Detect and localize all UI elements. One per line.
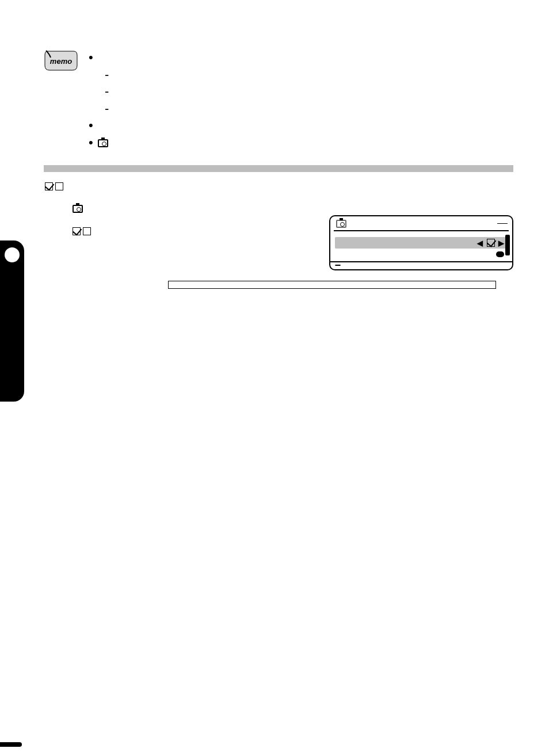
checkbox-off-icon — [83, 227, 91, 235]
triangle-right-icon: ▶ — [498, 239, 504, 247]
note-1b — [89, 83, 513, 100]
svg-text:memo: memo — [50, 57, 72, 66]
step-number — [44, 243, 61, 245]
chapter-number — [5, 247, 20, 262]
note-1a — [89, 67, 513, 83]
step-number — [44, 222, 61, 239]
camera-icon — [336, 220, 346, 228]
step-number — [44, 199, 61, 215]
lcd-tab-icon — [497, 223, 508, 224]
triangle-left-icon: ◀ — [477, 239, 483, 247]
step-1-desc — [71, 201, 513, 215]
lcd-row-green-button — [335, 251, 508, 258]
intro-text — [44, 178, 513, 194]
checkbox-on-icon — [73, 227, 81, 235]
page-number — [0, 742, 22, 747]
checkbox-off-icon — [55, 182, 63, 190]
checkbox-on-icon — [45, 182, 53, 190]
green-button-icon — [496, 251, 504, 257]
memo-icon: memo — [44, 49, 78, 151]
menu-button-icon — [335, 265, 341, 266]
lcd-row-digital-zoom: ◀ ▶ — [335, 237, 508, 249]
note-1c — [89, 101, 513, 117]
memo-notes — [89, 49, 513, 151]
lcd-preview: ◀ ▶ — [329, 215, 513, 270]
camera-icon — [73, 205, 83, 213]
cross-reference — [168, 281, 496, 289]
chapter-tab — [0, 240, 24, 402]
subheading-digital-zoom — [44, 165, 513, 172]
lcd-scrollbar — [504, 231, 510, 261]
checkbox-on-icon — [487, 239, 495, 247]
note-2 — [89, 117, 513, 133]
camera-icon — [98, 139, 108, 147]
note-3 — [89, 135, 513, 151]
note-1 — [89, 49, 513, 66]
step-3-title — [71, 222, 319, 239]
